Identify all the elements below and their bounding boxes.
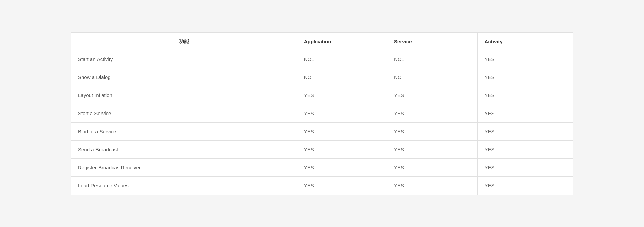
cell-service: NO <box>387 68 477 86</box>
cell-service: YES <box>387 122 477 140</box>
header-service: Service <box>387 32 477 50</box>
cell-feature: Show a Dialog <box>71 68 297 86</box>
cell-activity: YES <box>477 122 573 140</box>
cell-feature: Load Resource Values <box>71 176 297 195</box>
cell-feature: Start an Activity <box>71 50 297 68</box>
cell-application: YES <box>297 140 387 158</box>
cell-application: YES <box>297 122 387 140</box>
cell-feature: Layout Inflation <box>71 86 297 104</box>
table-row: Register BroadcastReceiverYESYESYES <box>71 158 573 176</box>
cell-application: NO1 <box>297 50 387 68</box>
table-row: Start a ServiceYESYESYES <box>71 104 573 122</box>
feature-table: 功能 Application Service Activity Start an… <box>71 32 573 195</box>
cell-activity: YES <box>477 140 573 158</box>
cell-service: YES <box>387 140 477 158</box>
cell-service: YES <box>387 176 477 195</box>
table-row: Send a BroadcastYESYESYES <box>71 140 573 158</box>
cell-feature: Bind to a Service <box>71 122 297 140</box>
cell-feature: Register BroadcastReceiver <box>71 158 297 176</box>
cell-application: YES <box>297 176 387 195</box>
table-header-row: 功能 Application Service Activity <box>71 32 573 50</box>
cell-service: YES <box>387 104 477 122</box>
cell-application: YES <box>297 104 387 122</box>
cell-activity: YES <box>477 176 573 195</box>
cell-activity: YES <box>477 50 573 68</box>
table-body: Start an ActivityNO1NO1YESShow a DialogN… <box>71 50 573 195</box>
header-activity: Activity <box>477 32 573 50</box>
cell-activity: YES <box>477 86 573 104</box>
table-row: Load Resource ValuesYESYESYES <box>71 176 573 195</box>
cell-activity: YES <box>477 68 573 86</box>
cell-activity: YES <box>477 158 573 176</box>
cell-feature: Send a Broadcast <box>71 140 297 158</box>
cell-feature: Start a Service <box>71 104 297 122</box>
table-row: Show a DialogNONOYES <box>71 68 573 86</box>
cell-application: YES <box>297 158 387 176</box>
table-row: Start an ActivityNO1NO1YES <box>71 50 573 68</box>
cell-application: NO <box>297 68 387 86</box>
header-application: Application <box>297 32 387 50</box>
table-row: Layout InflationYESYESYES <box>71 86 573 104</box>
table-row: Bind to a ServiceYESYESYES <box>71 122 573 140</box>
cell-service: NO1 <box>387 50 477 68</box>
cell-service: YES <box>387 158 477 176</box>
main-table-wrapper: 功能 Application Service Activity Start an… <box>71 32 573 195</box>
cell-application: YES <box>297 86 387 104</box>
cell-service: YES <box>387 86 477 104</box>
cell-activity: YES <box>477 104 573 122</box>
header-feature: 功能 <box>71 32 297 50</box>
